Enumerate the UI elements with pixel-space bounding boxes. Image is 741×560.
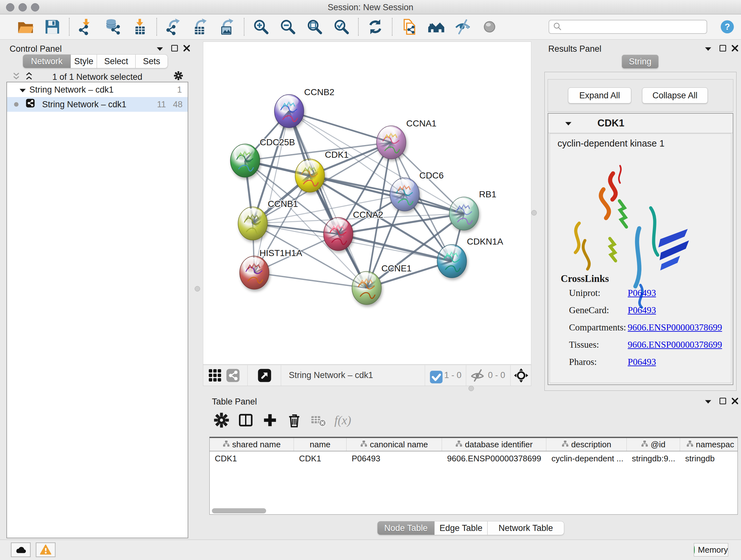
zoom-selected-button[interactable] xyxy=(328,17,355,37)
zoom-in-button[interactable] xyxy=(248,17,274,37)
node-RB1[interactable] xyxy=(449,197,479,230)
tab-sets[interactable]: Sets xyxy=(136,54,168,68)
cell-database-identifier[interactable]: 9606.ENSP00000378699 xyxy=(442,451,546,465)
cell--id[interactable]: stringdb:9... xyxy=(627,451,680,465)
column-header-description[interactable]: description xyxy=(546,438,627,451)
gene-header-row[interactable]: CDK1 xyxy=(548,114,733,133)
import-table-from-file-button[interactable] xyxy=(126,17,153,37)
tab-node-table[interactable]: Node Table xyxy=(377,521,434,535)
collection-expand-icon[interactable] xyxy=(18,85,26,94)
tab-network[interactable]: Network xyxy=(23,54,71,68)
column-header--id[interactable]: @id xyxy=(627,438,680,451)
control-panel-float-icon[interactable] xyxy=(170,44,179,53)
search-input[interactable] xyxy=(563,22,698,32)
export-image-button[interactable] xyxy=(214,17,241,37)
horizontal-splitter-handle[interactable] xyxy=(468,386,474,391)
table-settings-gear-icon[interactable] xyxy=(209,411,233,429)
node-HIST1H1A[interactable] xyxy=(240,256,269,289)
gene-expand-icon[interactable] xyxy=(563,119,572,128)
import-network-from-database-button[interactable] xyxy=(99,17,126,37)
network-row-selected[interactable]: String Network – cdk1 11 48 xyxy=(7,97,188,112)
column-header-name[interactable]: name xyxy=(294,438,347,451)
show-columns-icon[interactable] xyxy=(233,411,258,429)
tab-select[interactable]: Select xyxy=(97,54,136,68)
export-network-button[interactable] xyxy=(160,17,187,37)
cell-namespac[interactable]: stringdb xyxy=(680,451,738,465)
delete-column-icon[interactable] xyxy=(282,411,307,429)
crosslink-label: Compartments: xyxy=(569,322,628,333)
node-CCNA1[interactable] xyxy=(377,126,406,159)
zoom-out-button[interactable] xyxy=(274,17,301,37)
presentation-mode-button[interactable] xyxy=(476,17,503,37)
add-column-icon[interactable] xyxy=(258,411,282,429)
crosslink-link[interactable]: P06493 xyxy=(628,357,656,367)
export-table-button[interactable] xyxy=(187,17,214,37)
home-button[interactable] xyxy=(422,17,449,37)
tab-network-table[interactable]: Network Table xyxy=(488,521,564,535)
node-table[interactable]: shared namenamecanonical namedatabase id… xyxy=(209,437,738,515)
reload-button[interactable] xyxy=(362,17,389,37)
column-header-canonical-name[interactable]: canonical name xyxy=(347,438,442,451)
memory-button[interactable]: Memory xyxy=(694,543,728,557)
tab-edge-table[interactable]: Edge Table xyxy=(434,521,488,535)
column-header-shared-name[interactable]: shared name xyxy=(210,438,294,451)
table-panel-close-icon[interactable] xyxy=(730,396,740,406)
grid-view-icon[interactable] xyxy=(208,368,222,383)
node-CDC6[interactable] xyxy=(390,178,419,211)
zoom-fit-button[interactable] xyxy=(301,17,328,37)
cell-name[interactable]: CDK1 xyxy=(294,451,347,465)
results-panel-close-icon[interactable] xyxy=(730,44,740,53)
table-horizontal-scrollbar[interactable] xyxy=(212,508,266,513)
network-canvas[interactable]: CCNB2CCNA1CDC25BCDK1CDC6RB1CCNB1CCNA2CDK… xyxy=(203,42,531,365)
node-CCNE1[interactable] xyxy=(352,271,381,305)
control-panel-close-icon[interactable] xyxy=(182,44,192,53)
network-badge-icon[interactable] xyxy=(226,368,240,383)
results-panel-collapse-icon[interactable] xyxy=(703,44,713,54)
table-panel-float-icon[interactable] xyxy=(718,396,728,406)
crosslink-link[interactable]: 9606.ENSP00000378699 xyxy=(628,339,722,350)
crosslink-link[interactable]: P06493 xyxy=(628,288,656,298)
tab-style[interactable]: Style xyxy=(71,54,97,68)
cloud-button[interactable] xyxy=(11,543,30,557)
crosslink-link[interactable]: P06493 xyxy=(628,305,656,315)
node-CDKN1A[interactable] xyxy=(437,245,467,278)
tab-string[interactable]: String xyxy=(622,55,659,69)
node-CCNB2[interactable] xyxy=(274,95,304,128)
show-hide-details-button[interactable] xyxy=(449,17,476,37)
import-network-from-file-button[interactable] xyxy=(73,17,99,37)
svg-text:?: ? xyxy=(725,22,730,32)
cell-canonical-name[interactable]: P06493 xyxy=(347,451,442,465)
table-row[interactable]: CDK1CDK1P064939606.ENSP00000378699cyclin… xyxy=(210,451,738,465)
birdseye-view-icon[interactable] xyxy=(257,368,272,383)
help-button[interactable]: ? xyxy=(720,19,735,35)
crosslink-link[interactable]: 9606.ENSP00000378699 xyxy=(628,322,722,332)
search-field[interactable] xyxy=(549,20,707,34)
warnings-button[interactable] xyxy=(36,543,56,557)
node-CDK1[interactable] xyxy=(295,159,325,192)
save-session-button[interactable] xyxy=(39,17,66,37)
control-panel-collapse-icon[interactable] xyxy=(155,44,165,54)
column-header-database-identifier[interactable]: database identifier xyxy=(442,438,546,451)
toolbar-separator xyxy=(358,18,359,36)
collapse-all-button[interactable]: Collapse All xyxy=(642,87,708,104)
open-session-button[interactable] xyxy=(12,17,39,37)
cell-description[interactable]: cyclin-dependent ... xyxy=(546,451,627,465)
cell-shared-name[interactable]: CDK1 xyxy=(210,451,294,465)
column-header-namespac[interactable]: namespac xyxy=(680,438,738,451)
node-CCNA2[interactable] xyxy=(324,217,353,251)
string-document-button[interactable] xyxy=(396,17,422,37)
results-panel-float-icon[interactable] xyxy=(718,44,728,53)
network-collection-row[interactable]: String Network – cdk1 1 xyxy=(7,82,188,97)
expand-all-button[interactable]: Expand All xyxy=(568,87,631,104)
edge-CCNB2-CCNE1[interactable] xyxy=(289,111,367,288)
right-splitter-handle[interactable] xyxy=(531,210,537,215)
edge-HIST1H1A-CCNE1[interactable] xyxy=(254,273,367,288)
table-panel-collapse-icon[interactable] xyxy=(703,397,713,407)
node-CCNB1[interactable] xyxy=(238,207,267,240)
left-splitter-handle[interactable] xyxy=(195,286,200,292)
selected-checkbox-icon[interactable] xyxy=(429,370,441,381)
edge-CCNB2-CCNA1[interactable] xyxy=(289,111,391,142)
network-options-gear-icon[interactable] xyxy=(174,71,183,80)
node-CDC25B[interactable] xyxy=(230,144,260,177)
crosshair-icon[interactable] xyxy=(514,368,529,383)
